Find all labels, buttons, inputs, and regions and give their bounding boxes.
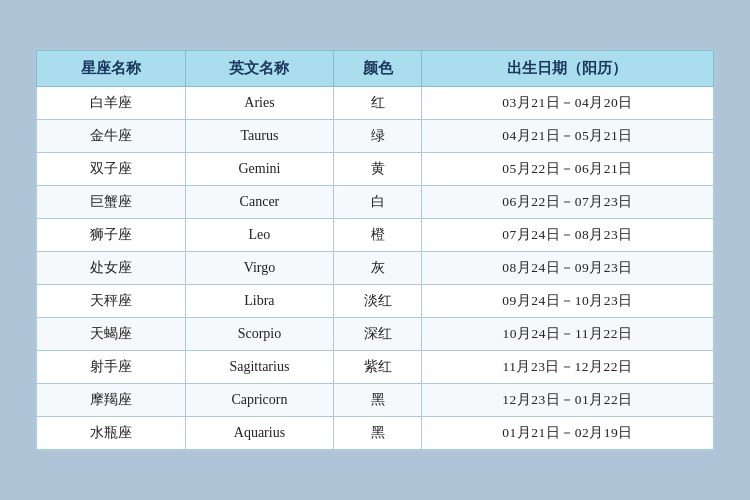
cell-color: 灰 <box>334 252 422 285</box>
table-row: 狮子座Leo橙07月24日－08月23日 <box>37 219 714 252</box>
cell-date: 10月24日－11月22日 <box>421 318 713 351</box>
header-english-name: 英文名称 <box>185 51 334 87</box>
cell-english-name: Gemini <box>185 153 334 186</box>
cell-english-name: Leo <box>185 219 334 252</box>
cell-chinese-name: 白羊座 <box>37 87 186 120</box>
cell-english-name: Cancer <box>185 186 334 219</box>
cell-color: 绿 <box>334 120 422 153</box>
table-row: 处女座Virgo灰08月24日－09月23日 <box>37 252 714 285</box>
cell-english-name: Sagittarius <box>185 351 334 384</box>
cell-chinese-name: 处女座 <box>37 252 186 285</box>
header-chinese-name: 星座名称 <box>37 51 186 87</box>
cell-color: 黑 <box>334 417 422 450</box>
cell-english-name: Aquarius <box>185 417 334 450</box>
table-row: 水瓶座Aquarius黑01月21日－02月19日 <box>37 417 714 450</box>
cell-date: 01月21日－02月19日 <box>421 417 713 450</box>
table-row: 白羊座Aries红03月21日－04月20日 <box>37 87 714 120</box>
cell-chinese-name: 射手座 <box>37 351 186 384</box>
cell-color: 黑 <box>334 384 422 417</box>
cell-english-name: Libra <box>185 285 334 318</box>
cell-english-name: Scorpio <box>185 318 334 351</box>
cell-date: 05月22日－06月21日 <box>421 153 713 186</box>
table-row: 射手座Sagittarius紫红11月23日－12月22日 <box>37 351 714 384</box>
cell-chinese-name: 狮子座 <box>37 219 186 252</box>
cell-chinese-name: 双子座 <box>37 153 186 186</box>
header-color: 颜色 <box>334 51 422 87</box>
cell-chinese-name: 巨蟹座 <box>37 186 186 219</box>
table-row: 天秤座Libra淡红09月24日－10月23日 <box>37 285 714 318</box>
table-row: 天蝎座Scorpio深红10月24日－11月22日 <box>37 318 714 351</box>
table-row: 双子座Gemini黄05月22日－06月21日 <box>37 153 714 186</box>
header-date: 出生日期（阳历） <box>421 51 713 87</box>
cell-chinese-name: 天蝎座 <box>37 318 186 351</box>
cell-date: 04月21日－05月21日 <box>421 120 713 153</box>
table-row: 摩羯座Capricorn黑12月23日－01月22日 <box>37 384 714 417</box>
cell-color: 橙 <box>334 219 422 252</box>
cell-english-name: Taurus <box>185 120 334 153</box>
cell-date: 08月24日－09月23日 <box>421 252 713 285</box>
cell-date: 12月23日－01月22日 <box>421 384 713 417</box>
cell-color: 黄 <box>334 153 422 186</box>
cell-english-name: Capricorn <box>185 384 334 417</box>
zodiac-table: 星座名称 英文名称 颜色 出生日期（阳历） 白羊座Aries红03月21日－04… <box>36 50 714 450</box>
cell-chinese-name: 金牛座 <box>37 120 186 153</box>
zodiac-table-wrapper: 星座名称 英文名称 颜色 出生日期（阳历） 白羊座Aries红03月21日－04… <box>35 49 715 451</box>
cell-english-name: Virgo <box>185 252 334 285</box>
cell-date: 06月22日－07月23日 <box>421 186 713 219</box>
table-row: 金牛座Taurus绿04月21日－05月21日 <box>37 120 714 153</box>
cell-date: 03月21日－04月20日 <box>421 87 713 120</box>
table-row: 巨蟹座Cancer白06月22日－07月23日 <box>37 186 714 219</box>
cell-date: 07月24日－08月23日 <box>421 219 713 252</box>
cell-color: 紫红 <box>334 351 422 384</box>
cell-color: 白 <box>334 186 422 219</box>
cell-date: 11月23日－12月22日 <box>421 351 713 384</box>
table-body: 白羊座Aries红03月21日－04月20日金牛座Taurus绿04月21日－0… <box>37 87 714 450</box>
table-header-row: 星座名称 英文名称 颜色 出生日期（阳历） <box>37 51 714 87</box>
cell-chinese-name: 摩羯座 <box>37 384 186 417</box>
cell-color: 淡红 <box>334 285 422 318</box>
cell-english-name: Aries <box>185 87 334 120</box>
cell-color: 深红 <box>334 318 422 351</box>
cell-color: 红 <box>334 87 422 120</box>
cell-chinese-name: 水瓶座 <box>37 417 186 450</box>
cell-chinese-name: 天秤座 <box>37 285 186 318</box>
cell-date: 09月24日－10月23日 <box>421 285 713 318</box>
